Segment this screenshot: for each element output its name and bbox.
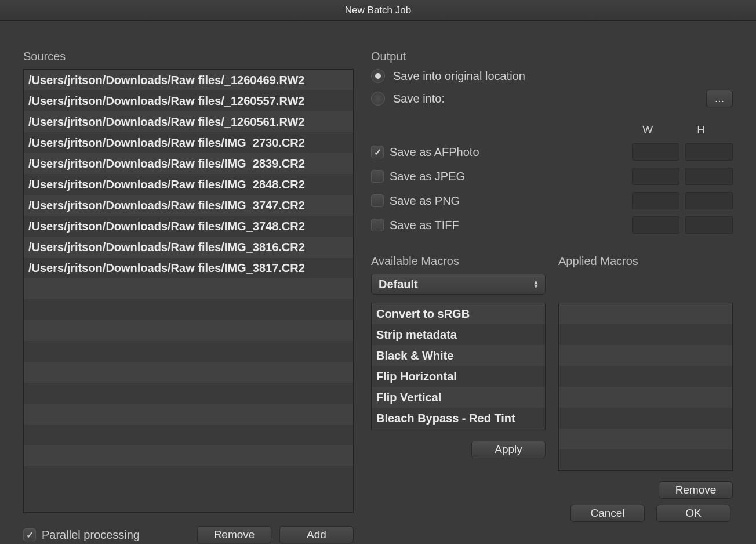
- source-file-row[interactable]: /Users/jritson/Downloads/Raw files/_1260…: [24, 70, 353, 90]
- format-checkbox[interactable]: Save as AFPhoto: [371, 146, 479, 159]
- format-label: Save as TIFF: [390, 219, 459, 232]
- format-label: Save as PNG: [390, 194, 460, 208]
- parallel-processing-checkbox[interactable]: Parallel processing: [23, 528, 140, 542]
- sources-label: Sources: [23, 50, 354, 63]
- format-checkbox[interactable]: Save as TIFF: [371, 219, 459, 232]
- checkmark-icon: [371, 146, 384, 158]
- height-input[interactable]: [685, 192, 733, 209]
- available-macro-item[interactable]: Flip Horizontal: [372, 366, 545, 387]
- source-file-row[interactable]: /Users/jritson/Downloads/Raw files/IMG_3…: [24, 195, 353, 216]
- checkmark-icon: [23, 528, 36, 541]
- sources-add-button[interactable]: Add: [279, 526, 354, 543]
- save-into-label: Save into:: [393, 92, 445, 106]
- applied-macros-list[interactable]: [558, 303, 733, 471]
- output-label: Output: [371, 50, 733, 63]
- source-file-row[interactable]: /Users/jritson/Downloads/Raw files/IMG_2…: [24, 153, 353, 174]
- applied-macro-item[interactable]: [559, 429, 732, 449]
- checkbox-icon: [371, 194, 384, 207]
- source-file-row[interactable]: [24, 278, 353, 299]
- source-file-row[interactable]: [24, 383, 353, 404]
- browse-button[interactable]: ...: [706, 90, 733, 107]
- available-macros-label: Available Macros: [371, 255, 546, 268]
- source-file-row[interactable]: [24, 299, 353, 320]
- available-macros-list[interactable]: Convert to sRGBStrip metadataBlack & Whi…: [371, 303, 546, 430]
- sources-list[interactable]: /Users/jritson/Downloads/Raw files/_1260…: [23, 69, 354, 513]
- checkbox-icon: [371, 170, 384, 183]
- format-row: Save as JPEG: [371, 164, 733, 188]
- format-row: Save as AFPhoto: [371, 140, 733, 164]
- applied-macro-item[interactable]: [559, 366, 732, 387]
- width-input[interactable]: [632, 168, 679, 185]
- save-original-radio[interactable]: Save into original location: [371, 69, 733, 83]
- window-title: New Batch Job: [345, 5, 411, 16]
- format-checkbox[interactable]: Save as JPEG: [371, 170, 465, 183]
- applied-macro-item[interactable]: [559, 324, 732, 345]
- remove-macro-button[interactable]: Remove: [659, 481, 733, 499]
- available-macro-item[interactable]: Black & White: [372, 345, 545, 366]
- applied-macro-item[interactable]: [559, 408, 732, 429]
- source-file-row[interactable]: /Users/jritson/Downloads/Raw files/IMG_3…: [24, 216, 353, 237]
- sources-remove-button[interactable]: Remove: [197, 526, 271, 543]
- apply-macro-button[interactable]: Apply: [471, 441, 546, 458]
- source-file-row[interactable]: [24, 320, 353, 341]
- width-input[interactable]: [632, 192, 679, 209]
- format-label: Save as AFPhoto: [390, 146, 479, 159]
- ok-button[interactable]: OK: [656, 505, 730, 522]
- radio-icon: [371, 92, 385, 106]
- format-row: Save as PNG: [371, 188, 733, 213]
- height-header: H: [697, 124, 705, 136]
- format-label: Save as JPEG: [390, 170, 465, 183]
- cancel-button[interactable]: Cancel: [570, 505, 645, 522]
- macro-group-select[interactable]: Default ▲▼: [371, 274, 546, 295]
- stepper-arrows-icon: ▲▼: [533, 280, 539, 288]
- available-macro-item[interactable]: Strip metadata: [372, 324, 545, 345]
- format-row: Save as TIFF: [371, 213, 733, 237]
- source-file-row[interactable]: /Users/jritson/Downloads/Raw files/_1260…: [24, 90, 353, 111]
- checkbox-icon: [371, 219, 384, 231]
- save-original-label: Save into original location: [393, 70, 525, 83]
- applied-macros-label: Applied Macros: [558, 255, 733, 268]
- format-checkbox[interactable]: Save as PNG: [371, 194, 460, 208]
- source-file-row[interactable]: /Users/jritson/Downloads/Raw files/_1260…: [24, 111, 353, 132]
- height-input[interactable]: [685, 143, 733, 161]
- source-file-row[interactable]: [24, 362, 353, 383]
- window-titlebar: New Batch Job: [0, 0, 756, 21]
- width-input[interactable]: [632, 216, 679, 234]
- height-input[interactable]: [685, 216, 733, 234]
- source-file-row[interactable]: [24, 425, 353, 445]
- source-file-row[interactable]: /Users/jritson/Downloads/Raw files/IMG_3…: [24, 258, 353, 278]
- available-macro-item[interactable]: Flip Vertical: [372, 387, 545, 408]
- applied-macro-item[interactable]: [559, 449, 732, 470]
- width-input[interactable]: [632, 143, 679, 161]
- source-file-row[interactable]: [24, 341, 353, 362]
- save-into-radio[interactable]: Save into:: [371, 92, 445, 106]
- available-macro-item[interactable]: Bleach Bypass - Red Tint: [372, 408, 545, 429]
- source-file-row[interactable]: [24, 466, 353, 487]
- applied-macro-item[interactable]: [559, 387, 732, 408]
- source-file-row[interactable]: [24, 445, 353, 466]
- parallel-processing-label: Parallel processing: [42, 528, 140, 542]
- height-input[interactable]: [685, 168, 733, 185]
- applied-macro-item[interactable]: [559, 303, 732, 324]
- source-file-row[interactable]: /Users/jritson/Downloads/Raw files/IMG_2…: [24, 174, 353, 195]
- width-header: W: [642, 124, 653, 136]
- macro-group-selected: Default: [379, 278, 418, 291]
- radio-selected-icon: [371, 69, 385, 83]
- source-file-row[interactable]: /Users/jritson/Downloads/Raw files/IMG_3…: [24, 237, 353, 258]
- source-file-row[interactable]: /Users/jritson/Downloads/Raw files/IMG_2…: [24, 132, 353, 153]
- available-macro-item[interactable]: Convert to sRGB: [372, 303, 545, 324]
- applied-macro-item[interactable]: [559, 345, 732, 366]
- source-file-row[interactable]: [24, 404, 353, 425]
